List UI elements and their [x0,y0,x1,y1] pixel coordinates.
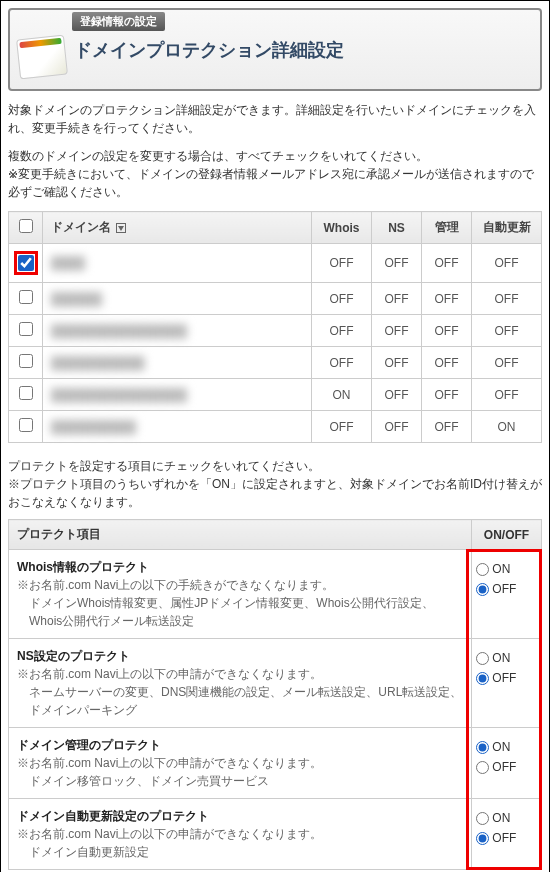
status-cell: OFF [472,283,542,315]
status-cell: ON [312,379,372,411]
status-cell: OFF [372,347,422,379]
domain-name-text: ███████████ [51,356,145,370]
table-row: ████████████████OFFOFFOFFOFF [9,315,542,347]
domain-table: ドメイン名 Whois NS 管理 自動更新 ████OFFOFFOFFOFF█… [8,211,542,443]
protect-sub: ※お名前.com Navi上の以下の手続きができなくなります。 [17,578,334,592]
header-box: 登録情報の設定 ドメインプロテクション詳細設定 [8,8,542,91]
protect-intro: プロテクトを設定する項目にチェックをいれてください。 ※プロテクト項目のうちいず… [8,457,542,511]
table-row: ████OFFOFFOFFOFF [9,244,542,283]
row-checkbox[interactable] [19,418,33,432]
header-tab: 登録情報の設定 [72,12,165,31]
radio-on[interactable] [476,741,489,754]
domain-name-text: ██████ [51,292,102,306]
protect-header-item: プロテクト項目 [9,520,472,550]
status-cell: OFF [312,283,372,315]
radio-on[interactable] [476,812,489,825]
protect-sub: ※お名前.com Navi上の以下の申請ができなくなります。 [17,827,322,841]
protect-table: プロテクト項目 ON/OFF Whois情報のプロテクト※お名前.com Nav… [8,519,542,870]
radio-off-label[interactable]: OFF [476,669,533,687]
protect-sub: ※お名前.com Navi上の以下の申請ができなくなります。 [17,667,322,681]
status-cell: OFF [312,315,372,347]
radio-off[interactable] [476,761,489,774]
table-row: ███████████OFFOFFOFFOFF [9,347,542,379]
protect-row: NS設定のプロテクト※お名前.com Navi上の以下の申請ができなくなります。… [9,639,542,728]
table-row: ██████OFFOFFOFFOFF [9,283,542,315]
intro-text: 対象ドメインのプロテクション詳細設定ができます。詳細設定を行いたいドメインにチェ… [8,101,542,137]
radio-off[interactable] [476,583,489,596]
radio-on[interactable] [476,563,489,576]
status-cell: OFF [422,411,472,443]
radio-on[interactable] [476,652,489,665]
col-autorenew: 自動更新 [472,212,542,244]
status-cell: OFF [312,411,372,443]
table-row: ██████████OFFOFFOFFON [9,411,542,443]
status-cell: OFF [312,244,372,283]
protect-detail: ネームサーバーの変更、DNS関連機能の設定、メール転送設定、URL転送設定、ドメ… [17,683,463,719]
status-cell: OFF [472,379,542,411]
protect-row: Whois情報のプロテクト※お名前.com Navi上の以下の手続きができなくな… [9,550,542,639]
protect-intro1: プロテクトを設定する項目にチェックをいれてください。 [8,459,320,473]
domain-name-text: ██████████ [51,420,136,434]
row-checkbox[interactable] [19,386,33,400]
protect-row: ドメイン管理のプロテクト※お名前.com Navi上の以下の申請ができなくなりま… [9,728,542,799]
sort-down-icon[interactable] [116,223,126,233]
status-cell: OFF [422,244,472,283]
status-cell: OFF [422,283,472,315]
radio-on-label[interactable]: ON [476,809,533,827]
status-cell: OFF [422,347,472,379]
radio-on-label[interactable]: ON [476,738,533,756]
radio-off[interactable] [476,672,489,685]
status-cell: OFF [372,283,422,315]
note-line1: 複数のドメインの設定を変更する場合は、すべてチェックをいれてください。 [8,149,428,163]
row-checkbox[interactable] [19,354,33,368]
status-cell: OFF [472,347,542,379]
col-manage: 管理 [422,212,472,244]
note-line2: ※変更手続きにおいて、ドメインの登録者情報メールアドレス宛に承認メールが送信され… [8,167,534,199]
radio-off-label[interactable]: OFF [476,829,533,847]
protect-detail: ドメインWhois情報変更、属性JPドメイン情報変更、Whois公開代行設定、W… [17,594,463,630]
note-icon [16,35,68,80]
status-cell: OFF [372,411,422,443]
status-cell: OFF [422,315,472,347]
radio-off-label[interactable]: OFF [476,580,533,598]
note-text: 複数のドメインの設定を変更する場合は、すべてチェックをいれてください。 ※変更手… [8,147,542,201]
radio-off-label[interactable]: OFF [476,758,533,776]
protect-title: ドメイン管理のプロテクト [17,738,161,752]
status-cell: ON [472,411,542,443]
protect-title: Whois情報のプロテクト [17,560,149,574]
domain-name-text: ████████████████ [51,324,187,338]
status-cell: OFF [372,379,422,411]
status-cell: OFF [372,315,422,347]
status-cell: OFF [422,379,472,411]
protect-detail: ドメイン自動更新設定 [17,843,149,861]
protect-detail: ドメイン移管ロック、ドメイン売買サービス [17,772,269,790]
protect-intro2: ※プロテクト項目のうちいずれかを「ON」に設定されますと、対象ドメインでお名前I… [8,477,542,509]
row-checkbox[interactable] [19,290,33,304]
protect-header-onoff: ON/OFF [472,520,542,550]
radio-off[interactable] [476,832,489,845]
status-cell: OFF [472,315,542,347]
row-checkbox[interactable] [19,322,33,336]
highlight-box [14,251,38,275]
select-all-checkbox[interactable] [19,219,33,233]
protect-title: NS設定のプロテクト [17,649,130,663]
protect-sub: ※お名前.com Navi上の以下の申請ができなくなります。 [17,756,322,770]
col-whois: Whois [312,212,372,244]
domain-name-text: ████ [51,256,85,270]
status-cell: OFF [372,244,422,283]
table-row: ████████████████ONOFFOFFOFF [9,379,542,411]
status-cell: OFF [472,244,542,283]
col-ns: NS [372,212,422,244]
domain-name-text: ████████████████ [51,388,187,402]
protect-row: ドメイン自動更新設定のプロテクト※お名前.com Navi上の以下の申請ができな… [9,799,542,870]
page-title: ドメインプロテクション詳細設定 [74,38,344,62]
protect-title: ドメイン自動更新設定のプロテクト [17,809,209,823]
status-cell: OFF [312,347,372,379]
radio-on-label[interactable]: ON [476,649,533,667]
row-checkbox[interactable] [18,255,34,271]
col-domain[interactable]: ドメイン名 [51,220,111,234]
radio-on-label[interactable]: ON [476,560,533,578]
